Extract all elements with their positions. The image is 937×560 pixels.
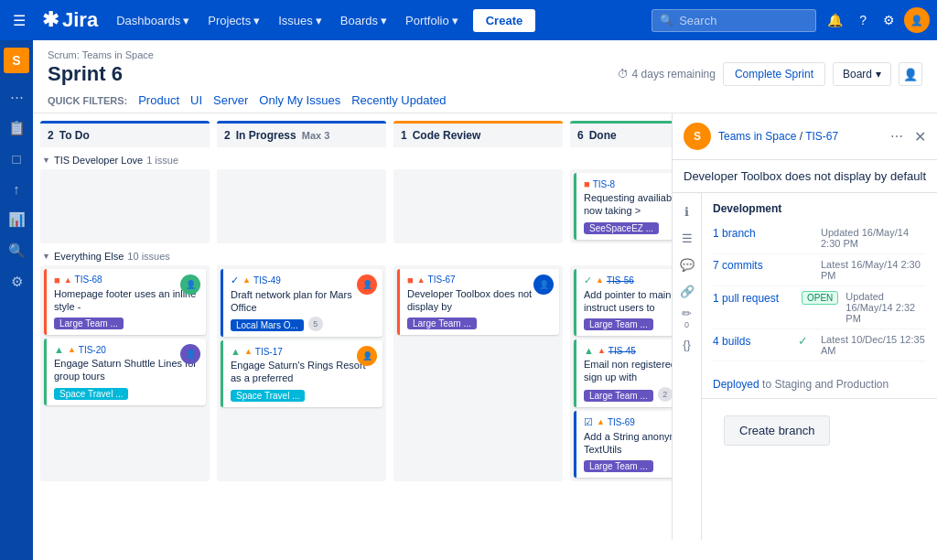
notifications-icon[interactable]: 🔔 [820,7,850,33]
issues-menu[interactable]: Issues ▾ [271,10,329,31]
sidebar-icon-chart[interactable]: 📊 [3,205,30,234]
breadcrumb: Scrum: Teams in Space [48,49,922,60]
commits-link[interactable]: 7 commits [713,259,763,272]
boards-menu[interactable]: Boards ▾ [333,10,394,31]
swimlane-developer-love: ▼ TIS Developer Love 1 issue ■ [40,151,664,243]
create-button[interactable]: Create [473,9,535,32]
sidebar-icon-search[interactable]: 🔍 [3,236,30,265]
project-icon[interactable]: S [4,48,29,73]
branch-link[interactable]: 1 branch [713,227,756,240]
development-section: Development 1 branch Updated 16/May/14 [702,193,937,371]
card-TIS-67[interactable]: ■ ▲ TIS-67 Developer Toolbox does not di… [397,269,559,336]
card-id: ■ TIS-8 [584,178,672,189]
card-avatar: 👤 [357,275,377,295]
deployed-link[interactable]: Deployed [713,378,759,391]
sidebar-icon-gear[interactable]: ⚙ [3,267,30,296]
pr-link[interactable]: 1 pull request [713,292,795,305]
code-icon[interactable]: {} [678,333,695,356]
chevron-icon: ▼ [42,252,50,261]
settings-icon[interactable]: ⚙ [876,7,902,33]
close-icon[interactable]: ✕ [914,128,926,145]
card-TIS-56[interactable]: ✓ ▲ TIS-56 Add pointer to main css file … [574,269,672,337]
filter-ui[interactable]: UI [190,93,202,107]
chevron-down-icon: ▾ [381,14,387,27]
logo-text: Jira [62,8,98,32]
filter-server[interactable]: Server [213,93,248,107]
development-title: Development [713,202,926,215]
menu-icon[interactable]: ☰ [7,6,31,35]
col-header-done: 6 Done [570,121,672,147]
sidebar-icon-dots[interactable]: ⋯ [3,82,30,112]
chevron-down-icon: ▾ [876,68,881,81]
comment-icon[interactable]: 💬 [675,253,699,276]
info-icon[interactable]: ℹ [680,200,694,223]
card-TIS-68[interactable]: ■ ▲ TIS-68 Homepage footer uses an inlin… [44,269,206,336]
filter-recently-updated[interactable]: Recently Updated [351,93,446,107]
dashboards-menu[interactable]: Dashboards ▾ [109,10,197,31]
swimlane1-review-col [393,169,563,243]
detail-header: S Teams in Space / TIS-67 ⋯ ✕ [673,113,937,160]
list-icon[interactable]: ☰ [677,227,697,250]
search-bar[interactable]: 🔍 [652,9,816,32]
board-button[interactable]: Board ▾ [833,62,891,86]
card-avatar: 👤 [180,275,200,295]
swimlane1-inprog-col [217,169,386,243]
help-icon[interactable]: ? [852,7,874,33]
builds-check-icon: ✓ [798,334,808,348]
page-title: Sprint 6 [48,62,123,86]
link-icon[interactable]: 🔗 [675,280,699,303]
card-avatar: 👤 [533,275,554,295]
portfolio-menu[interactable]: Portfolio ▾ [398,10,466,31]
card-label: Large Team ... [584,390,653,402]
complete-sprint-button[interactable]: Complete Sprint [723,62,825,86]
branch-row: 1 branch Updated 16/May/14 2:30 PM [713,222,926,254]
card-label: Large Team ... [584,460,653,472]
timer-icon: ⏱ [618,68,629,81]
builds-link[interactable]: 4 builds [713,335,795,348]
swimlane-developer-love-header[interactable]: ▼ TIS Developer Love 1 issue [40,151,664,169]
projects-menu[interactable]: Projects ▾ [200,10,267,31]
col-header-review: 1 Code Review [393,121,563,147]
sidebar-icon-box[interactable]: □ [3,145,30,173]
user-avatar[interactable]: 👤 [904,7,930,33]
detail-issue-link[interactable]: TIS-67 [805,130,838,143]
chevron-down-icon: ▾ [253,14,260,27]
create-branch-container: Create branch [702,399,937,462]
detail-project-link[interactable]: Teams in Space [718,130,796,143]
card-TIS-17[interactable]: ▲ ▲ TIS-17 Engage Saturn's Rings Resort … [221,340,382,407]
builds-updated: Latest 10/Dec/15 12:35 AM [821,334,926,356]
card-TIS-45[interactable]: ▲ ▲ TIS-45 Email non registered users to… [574,339,672,407]
branch-updated: Updated 16/May/14 2:30 PM [821,227,926,249]
col-header-inprog: 2 In Progress Max 3 [217,121,386,147]
create-branch-button[interactable]: Create branch [724,415,830,446]
header-actions: ⏱ 4 days remaining Complete Sprint Board… [618,62,922,86]
pr-badge: OPEN [802,291,838,305]
card-label: Large Team ... [407,318,477,329]
logo[interactable]: ✱ Jira [35,8,105,32]
more-options-icon[interactable]: ⋯ [890,129,903,144]
filter-product[interactable]: Product [138,93,179,107]
card-label: Large Team ... [54,318,124,329]
sidebar-icon-up[interactable]: ↑ [3,175,30,203]
swimlane-everything-else-header[interactable]: ▼ Everything Else 10 issues [40,247,664,265]
search-input[interactable] [679,14,789,27]
card-TIS-69[interactable]: ☑ ▲ TIS-69 Add a String anonymizer to Te… [574,411,672,479]
filter-only-my-issues[interactable]: Only My Issues [259,93,340,107]
swimlane1-done-col: ■ TIS-8 Requesting availiable flights is… [570,169,672,243]
detail-side-icons: ℹ ☰ 💬 🔗 ✏ 0 {} [673,193,702,540]
card-TIS-20[interactable]: ▲ ▲ TIS-20 Engage Saturn Shuttle Lines f… [44,339,206,405]
detail-issue-title: Developer Toolbox does not display by de… [673,160,937,193]
pr-row: 1 pull request OPEN Updated 16/May/14 2:… [713,286,926,329]
jira-logo-icon: ✱ [42,8,59,32]
card-label: Space Travel ... [231,390,305,402]
card-TIS-8[interactable]: ■ TIS-8 Requesting availiable flights is… [574,173,672,240]
sidebar-icon-board[interactable]: 📋 [3,113,30,143]
left-sidebar: S ⋯ 📋 □ ↑ 📊 🔍 ⚙ [0,40,33,560]
top-navigation: ☰ ✱ Jira Dashboards ▾ Projects ▾ Issues … [0,0,937,40]
detail-main-content: Development 1 branch Updated 16/May/14 [702,193,937,540]
pr-updated: Updated 16/May/14 2:32 PM [845,291,926,324]
person-filter-icon[interactable]: 👤 [899,62,922,86]
chevron-down-icon: ▾ [183,14,189,27]
card-TIS-49[interactable]: ✓ ▲ TIS-49 Draft network plan for Mars O… [221,269,382,338]
page-header: Scrum: Teams in Space Sprint 6 ⏱ 4 days … [33,40,937,113]
